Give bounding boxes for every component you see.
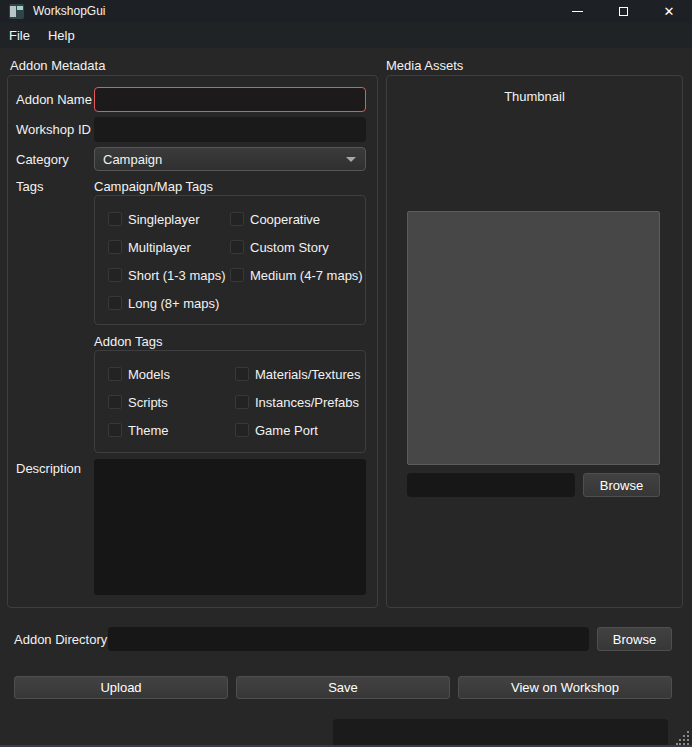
addon-directory-input[interactable] bbox=[108, 627, 589, 651]
checkbox-box[interactable] bbox=[235, 423, 249, 437]
menu-help[interactable]: Help bbox=[39, 23, 84, 48]
thumbnail-browse-button[interactable]: Browse bbox=[583, 473, 660, 497]
addon-name-input[interactable] bbox=[94, 87, 366, 112]
checkbox-label: Medium (4-7 maps) bbox=[250, 268, 363, 283]
thumbnail-label: Thumbnail bbox=[386, 89, 683, 104]
thumbnail-path-input[interactable] bbox=[407, 473, 575, 497]
checkbox-item[interactable]: Long (8+ maps) bbox=[108, 296, 230, 310]
checkbox-label: Short (1-3 maps) bbox=[128, 268, 226, 283]
checkbox-box[interactable] bbox=[230, 268, 244, 282]
close-icon: ✕ bbox=[664, 5, 675, 18]
upload-button[interactable]: Upload bbox=[14, 676, 228, 699]
checkbox-box[interactable] bbox=[108, 367, 122, 381]
checkbox-box[interactable] bbox=[108, 423, 122, 437]
checkbox-label: Game Port bbox=[255, 423, 318, 438]
tags-label: Tags bbox=[16, 179, 43, 194]
description-label: Description bbox=[16, 461, 81, 476]
checkbox-label: Singleplayer bbox=[128, 212, 200, 227]
checkbox-item[interactable]: Materials/Textures bbox=[235, 367, 360, 381]
title-bar: WorkshopGui ✕ bbox=[0, 0, 692, 23]
checkbox-item[interactable]: Multiplayer bbox=[108, 240, 230, 254]
checkbox-box[interactable] bbox=[108, 212, 122, 226]
minimize-icon bbox=[572, 11, 583, 12]
category-select[interactable]: Campaign bbox=[94, 147, 366, 171]
chevron-down-icon bbox=[346, 157, 356, 162]
checkbox-label: Multiplayer bbox=[128, 240, 191, 255]
checkbox-label: Scripts bbox=[128, 395, 168, 410]
workshop-id-label: Workshop ID bbox=[16, 122, 91, 137]
checkbox-item[interactable]: Cooperative bbox=[230, 212, 363, 226]
checkbox-box[interactable] bbox=[108, 240, 122, 254]
workshop-id-input[interactable] bbox=[94, 117, 366, 142]
checkbox-label: Long (8+ maps) bbox=[128, 296, 219, 311]
addon-directory-browse-button[interactable]: Browse bbox=[597, 627, 672, 651]
thumbnail-preview bbox=[407, 211, 660, 465]
app-window: WorkshopGui ✕ File Help Addon Metadata A… bbox=[0, 0, 692, 747]
checkbox-label: Instances/Prefabs bbox=[255, 395, 359, 410]
maximize-button[interactable] bbox=[600, 0, 646, 23]
checkbox-label: Models bbox=[128, 367, 170, 382]
view-on-workshop-button[interactable]: View on Workshop bbox=[458, 676, 672, 699]
checkbox-item[interactable]: Short (1-3 maps) bbox=[108, 268, 230, 282]
checkbox-box[interactable] bbox=[108, 395, 122, 409]
minimize-button[interactable] bbox=[554, 0, 600, 23]
checkbox-label: Cooperative bbox=[250, 212, 320, 227]
checkbox-box[interactable] bbox=[235, 367, 249, 381]
close-button[interactable]: ✕ bbox=[646, 0, 692, 23]
checkbox-box[interactable] bbox=[108, 268, 122, 282]
checkbox-item[interactable]: Scripts bbox=[108, 395, 235, 409]
maximize-icon bbox=[619, 7, 628, 16]
campaign-tags-checkbox-grid: SingleplayerCooperativeMultiplayerCustom… bbox=[108, 212, 358, 310]
menu-bar: File Help bbox=[0, 23, 692, 48]
checkbox-box[interactable] bbox=[230, 212, 244, 226]
media-assets-section-title: Media Assets bbox=[386, 58, 463, 73]
checkbox-box[interactable] bbox=[108, 296, 122, 310]
category-selected-value: Campaign bbox=[103, 152, 162, 167]
addon-directory-label: Addon Directory bbox=[14, 632, 107, 647]
checkbox-item[interactable]: Custom Story bbox=[230, 240, 363, 254]
menu-file[interactable]: File bbox=[0, 23, 39, 48]
checkbox-item[interactable]: Game Port bbox=[235, 423, 360, 437]
checkbox-item[interactable]: Instances/Prefabs bbox=[235, 395, 360, 409]
addon-metadata-section-title: Addon Metadata bbox=[10, 58, 105, 73]
checkbox-item[interactable]: Medium (4-7 maps) bbox=[230, 268, 363, 282]
addon-name-label: Addon Name bbox=[16, 92, 92, 107]
checkbox-label: Theme bbox=[128, 423, 168, 438]
campaign-tags-title: Campaign/Map Tags bbox=[94, 179, 213, 194]
checkbox-item[interactable]: Singleplayer bbox=[108, 212, 230, 226]
addon-tags-checkbox-grid: ModelsMaterials/TexturesScriptsInstances… bbox=[108, 367, 358, 437]
addon-tags-title: Addon Tags bbox=[94, 334, 162, 349]
category-label: Category bbox=[16, 152, 69, 167]
window-title: WorkshopGui bbox=[33, 4, 105, 18]
checkbox-box[interactable] bbox=[230, 240, 244, 254]
app-icon bbox=[9, 4, 24, 19]
checkbox-box[interactable] bbox=[235, 395, 249, 409]
resize-grip[interactable] bbox=[676, 731, 690, 745]
checkbox-item[interactable]: Theme bbox=[108, 423, 235, 437]
description-textarea[interactable] bbox=[94, 459, 366, 595]
checkbox-label: Materials/Textures bbox=[255, 367, 360, 382]
checkbox-label: Custom Story bbox=[250, 240, 329, 255]
save-button[interactable]: Save bbox=[236, 676, 450, 699]
status-input[interactable] bbox=[333, 719, 668, 747]
checkbox-item[interactable]: Models bbox=[108, 367, 235, 381]
